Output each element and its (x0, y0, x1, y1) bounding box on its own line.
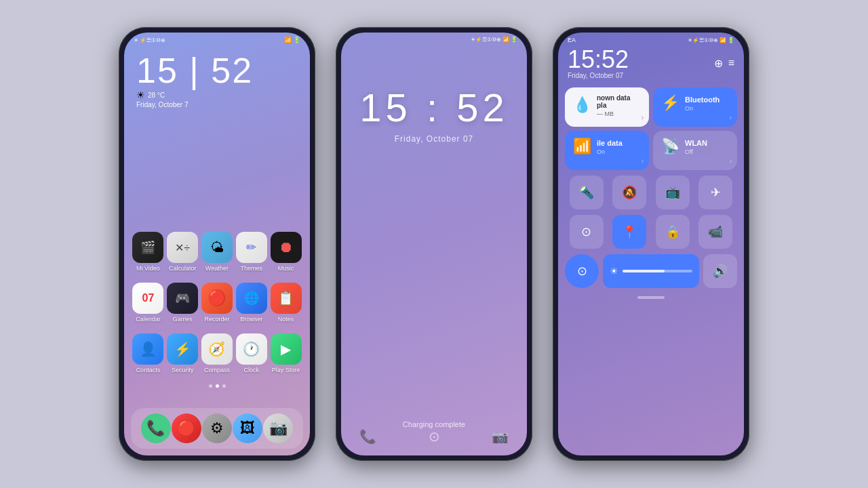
app-weather[interactable]: 🌤 Weather (200, 232, 235, 272)
lock-date: Friday, October 07 (395, 134, 473, 144)
weather-temp: 28 °C (148, 92, 165, 99)
app-music[interactable]: ⏺ Music (269, 232, 303, 272)
lock-phone-icon: 📞 (359, 428, 376, 445)
mivideo-label: Mi Video (136, 265, 160, 272)
app-themes[interactable]: ✏ Themes (234, 232, 269, 272)
cc-tile-mobiledata[interactable]: 📶 ile data On › (565, 131, 649, 170)
cc-dnd[interactable]: 🔕 (612, 176, 646, 209)
weather-row: ☀ 28 °C (136, 89, 298, 100)
cc-target-icon[interactable]: ⊕ (714, 57, 723, 70)
clock-label: Clock (244, 367, 260, 373)
cc-tile-dataplan[interactable]: 💧 nown data pla — MB › (565, 87, 649, 127)
cc-lock-rotate[interactable]: 🔒 (656, 215, 690, 249)
app-calculator[interactable]: ✕÷ Calculator (165, 232, 200, 272)
themes-icon: ✏ (236, 232, 267, 263)
mobiledata-sub: On (597, 148, 623, 155)
wlan-sub: Off (685, 148, 707, 155)
cc-icon-row-2: ⊙ 📍 🔒 📹 (558, 212, 744, 251)
wlan-icon: 📡 (661, 138, 679, 155)
app-clock[interactable]: 🕐 Clock (234, 333, 269, 373)
lock-fingerprint-icon: ⊙ (429, 428, 440, 445)
dataplan-title: nown data pla (597, 94, 641, 109)
dataplan-sub: — MB (597, 110, 641, 117)
themes-label: Themes (241, 265, 263, 272)
compass-label: Compass (204, 367, 230, 373)
dot-3 (222, 384, 226, 388)
carrier-name: EA (568, 37, 576, 43)
app-contacts[interactable]: 👤 Contacts (131, 333, 165, 373)
cc-header: 15:52 Friday, October 07 ⊕ ≡ (558, 45, 744, 85)
dock-settings[interactable]: ⚙ (202, 413, 232, 443)
dot-2 (216, 384, 219, 388)
phone-1: ☀ ⚡☰①⑩⊕ 📶 🔋 15 | 52 ☀ 28 °C Friday, Octo… (119, 27, 315, 461)
cc-nfc[interactable]: ⊙ (570, 215, 604, 249)
cc-main-tiles: 💧 nown data pla — MB › ⚡ Bluetooth (558, 85, 744, 173)
clock-widget: 15 | 52 ☀ 28 °C Friday, October 7 (124, 45, 310, 108)
compass-icon: 🧭 (201, 333, 233, 365)
app-playstore[interactable]: ▶ Play Store (269, 333, 303, 373)
games-label: Games (173, 316, 193, 323)
lock-bottom-bar: 📞 ⊙ 📷 (359, 428, 508, 445)
cc-time-block: 15:52 Friday, October 07 (568, 47, 629, 79)
app-compass[interactable]: 🧭 Compass (200, 333, 235, 373)
notes-icon: 📋 (271, 283, 302, 314)
cc-menu-icon[interactable]: ≡ (728, 57, 734, 70)
calc-icon: ✕÷ (167, 232, 198, 263)
cc-flashlight[interactable]: 🔦 (570, 176, 604, 209)
weather-icon: ☀ (136, 89, 145, 100)
calc-label: Calculator (169, 265, 197, 272)
dock-gallery[interactable]: 🖼 (233, 413, 262, 443)
phone-1-screen: ☀ ⚡☰①⑩⊕ 📶 🔋 15 | 52 ☀ 28 °C Friday, Octo… (124, 33, 310, 455)
browser-icon: 🌐 (236, 283, 267, 314)
mobiledata-chevron: › (642, 157, 644, 165)
dock-scanner[interactable]: 📷 (263, 413, 293, 443)
brightness-track (623, 270, 692, 272)
cc-tile-bluetooth[interactable]: ⚡ Bluetooth On › (653, 87, 737, 127)
app-mivideo[interactable]: 🎬 Mi Video (131, 232, 165, 272)
cc-status-icons: ☀⚡☰①⑩⊕ 📶 🔋 (688, 37, 734, 43)
cc-video[interactable]: 📹 (698, 215, 732, 249)
cc-brightness-slider[interactable]: ☀ (603, 254, 699, 288)
app-security[interactable]: ⚡ Security (165, 333, 200, 373)
wlan-title: WLAN (685, 139, 707, 147)
dataplan-icon: 💧 (573, 96, 591, 114)
cc-screen-cast[interactable]: 📺 (656, 176, 690, 209)
weather-label: Weather (205, 265, 229, 272)
music-label: Music (278, 265, 294, 272)
app-row-3: 👤 Contacts ⚡ Security 🧭 Compass 🕐 Clock (131, 333, 303, 373)
app-games[interactable]: 🎮 Games (165, 283, 200, 323)
app-calendar[interactable]: 07 Calendar (131, 283, 165, 323)
cc-tile-wlan[interactable]: 📡 WLAN Off › (653, 131, 737, 170)
notes-label: Notes (278, 316, 294, 323)
bluetooth-sub: On (685, 105, 719, 112)
games-icon: 🎮 (167, 283, 198, 314)
phone-3-screen: EA ☀⚡☰①⑩⊕ 📶 🔋 15:52 Friday, October 07 ⊕… (558, 33, 744, 455)
phone-3: EA ☀⚡☰①⑩⊕ 📶 🔋 15:52 Friday, October 07 ⊕… (553, 27, 749, 461)
cc-header-actions: ⊕ ≡ (714, 57, 734, 70)
phone-2-screen: ☀⚡☰①⑩⊕ 📶 🔋 15 : 52 Friday, October 07 Ch… (341, 33, 527, 455)
dot-1 (209, 384, 212, 388)
cc-location[interactable]: 📍 (612, 215, 646, 249)
security-label: Security (172, 367, 194, 373)
dock-mibrowser[interactable]: 🔴 (172, 413, 201, 443)
recorder-label: Recorder (204, 316, 229, 323)
cc-airplane[interactable]: ✈ (698, 176, 732, 209)
browser-label: Browser (240, 316, 262, 323)
dock: 📞 🔴 ⚙ 🖼 📷 (131, 408, 303, 449)
home-screen: ☀ ⚡☰①⑩⊕ 📶 🔋 15 | 52 ☀ 28 °C Friday, Octo… (124, 33, 310, 455)
contacts-icon: 👤 (132, 333, 163, 365)
charging-status: Charging complete (403, 420, 465, 428)
cc-rotation-btn[interactable]: ⊙ (565, 254, 599, 288)
app-row-2: 07 Calendar 🎮 Games 🔴 Recorder 🌐 Browser (131, 283, 303, 323)
app-browser[interactable]: 🌐 Browser (234, 283, 269, 323)
cc-volume-btn[interactable]: 🔊 (703, 254, 737, 288)
cc-date: Friday, October 07 (568, 72, 623, 79)
app-recorder[interactable]: 🔴 Recorder (200, 283, 235, 323)
cc-drag-handle (558, 296, 744, 299)
phone-2: ☀⚡☰①⑩⊕ 📶 🔋 15 : 52 Friday, October 07 Ch… (336, 27, 532, 461)
bluetooth-icon: ⚡ (661, 94, 679, 112)
dock-phone[interactable]: 📞 (141, 413, 171, 443)
app-notes[interactable]: 📋 Notes (269, 283, 303, 323)
mobiledata-icon: 📶 (573, 138, 591, 155)
recorder-icon: 🔴 (201, 283, 233, 314)
